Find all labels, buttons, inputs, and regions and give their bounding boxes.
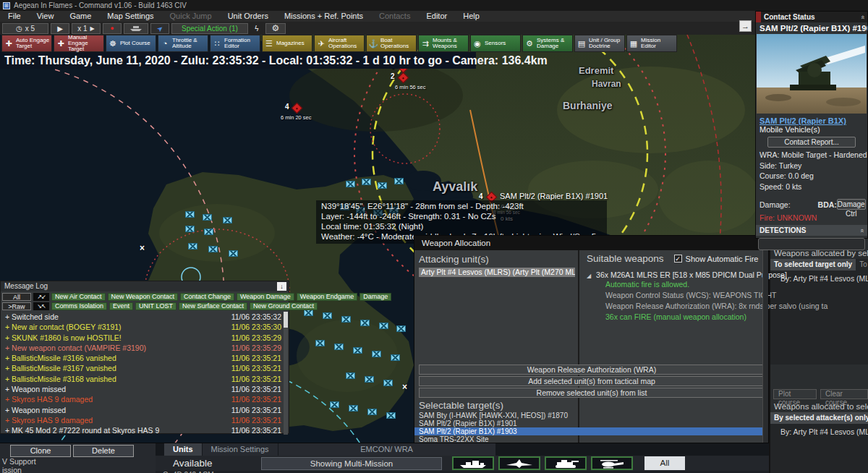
collapse-chevron-icon[interactable]: « [858, 229, 865, 232]
menu-item[interactable]: Editor [418, 11, 455, 22]
friendly-unit-icon[interactable] [372, 351, 381, 357]
record-button[interactable]: ● [103, 23, 122, 34]
log-filter-button[interactable]: UNIT LOST [135, 302, 176, 310]
ship-filter-button[interactable] [452, 456, 494, 470]
friendly-unit-icon[interactable] [341, 316, 351, 323]
log-entry[interactable]: + New weapon contact (VAMPIRE #3190) 11/… [1, 343, 289, 353]
contact-status-header[interactable]: Contact Status « [756, 12, 867, 22]
log-entry[interactable]: + SKUNK #1860 is now HOSTILE! 11/06 23:3… [1, 333, 289, 343]
time-compression-button[interactable]: ◷ x 5 [2, 23, 48, 34]
shrink-icon[interactable]: ↘↖ [33, 302, 49, 310]
log-entry[interactable]: + BallisticMissile #3167 vanished 11/06 … [1, 363, 289, 373]
friendly-unit-icon[interactable] [386, 412, 396, 419]
mission-list-item[interactable]: ission [0, 466, 156, 473]
friendly-unit-icon[interactable] [346, 181, 355, 187]
dialog-title[interactable]: Weapon Allocation [414, 236, 768, 250]
friendly-unit-icon[interactable] [188, 243, 197, 250]
log-entry[interactable]: + Weapon missed 11/06 23:35:21 [1, 384, 289, 394]
tab-to-anyone[interactable]: To anyon [856, 259, 868, 270]
ribbon-button[interactable]: ✚ Auto Engage Target [1, 35, 52, 52]
ribbon-button[interactable]: ☰ Magazines [262, 35, 312, 52]
show-auto-fire-group[interactable]: ✓ Show Automatic Fire [674, 255, 759, 263]
friendly-unit-icon[interactable] [334, 344, 344, 350]
aircraft-filter-button[interactable] [498, 456, 540, 470]
log-entry[interactable]: + BallisticMissile #3166 vanished 11/06 … [1, 353, 289, 363]
message-log-entries[interactable]: + Switched side 11/06 23:35:32 + New air… [1, 312, 289, 435]
friendly-unit-icon[interactable] [323, 312, 332, 319]
log-filter-button[interactable]: New Weapon Contact [108, 293, 178, 301]
log-filter-button[interactable]: New Surface Contact [179, 302, 247, 310]
friendly-unit-icon[interactable] [203, 214, 212, 221]
friendly-unit-icon[interactable] [353, 347, 362, 354]
tab-by-selected-attackers[interactable]: By selected attacker(s) only [770, 412, 868, 424]
log-entry[interactable]: + Skyros HAS 9 damaged 11/06 23:35:21 [1, 415, 289, 425]
plot-course-button[interactable]: Plot course [773, 389, 817, 399]
contact-db-link[interactable]: SAM Plt/2 (Rapier B1X) [756, 116, 867, 125]
friendly-unit-icon[interactable] [204, 229, 213, 235]
log-filter-button[interactable]: Damage [359, 293, 391, 301]
log-filter-button[interactable]: Weapon Endgame [297, 293, 357, 301]
ground-filter-button[interactable] [545, 456, 587, 470]
special-action-button[interactable]: Special Action (1) [171, 23, 248, 34]
friendly-unit-icon[interactable] [383, 380, 393, 386]
play-button[interactable]: ▶ [51, 23, 69, 34]
friendly-unit-icon[interactable] [315, 340, 325, 346]
friendly-unit-icon[interactable] [304, 310, 313, 316]
menu-item[interactable]: File [0, 11, 29, 22]
log-entry[interactable]: + Switched side 11/06 23:35:32 [1, 312, 289, 322]
log-filter-button[interactable]: New Air Contact [51, 293, 106, 301]
helicopter-filter-button[interactable] [591, 456, 633, 470]
log-entry[interactable]: + Skyros HAS 9 damaged 11/06 23:35:21 [1, 394, 289, 404]
log-scrollbar-thumb[interactable] [284, 312, 288, 328]
log-filter-button[interactable]: Weapon Damage [237, 293, 294, 301]
all-filter-button[interactable]: All [644, 456, 685, 470]
step-button[interactable]: x 1▶ [72, 23, 101, 34]
bottom-tab[interactable]: Mission Settings [203, 443, 278, 456]
ribbon-button[interactable]: ◉ Sensors [470, 35, 521, 52]
friendly-unit-icon[interactable] [367, 409, 377, 415]
menu-item[interactable]: Help [455, 11, 488, 22]
showing-multi-mission-button[interactable]: Showing Multi-Mission [261, 457, 442, 470]
message-log-header[interactable]: Message Log ↓ [1, 281, 289, 291]
menu-item[interactable]: Contacts [371, 11, 418, 22]
dock-arrow-button[interactable]: → [739, 20, 752, 32]
log-filter-button[interactable]: Event [109, 302, 133, 310]
ribbon-button[interactable]: ∷ Formation Editor [210, 35, 260, 52]
clear-course-button[interactable]: Clear course [820, 389, 868, 399]
log-entry[interactable]: + Weapon missed 11/06 23:35:21 [1, 405, 289, 415]
damage-ctrl-button[interactable]: Damage Ctrl [837, 199, 866, 210]
log-entry[interactable]: + BallisticMissile #3168 vanished 11/06 … [1, 374, 289, 384]
menu-item[interactable]: Quick Jump [162, 11, 220, 22]
tab-to-selected-target[interactable]: To selected target only [770, 259, 856, 270]
dialog-scrollbar[interactable] [762, 250, 768, 443]
log-filter-button[interactable]: Comms Isolation [51, 302, 107, 310]
detections-header[interactable]: DETECTIONS « [756, 225, 867, 236]
friendly-unit-icon[interactable] [379, 323, 388, 329]
filter-raw-button[interactable]: >Raw [2, 302, 31, 310]
ribbon-button[interactable]: ✚ Manual Engage Target [54, 35, 104, 52]
mission-list-item[interactable]: V Support [0, 457, 156, 466]
friendly-unit-icon[interactable] [185, 226, 195, 232]
friendly-unit-icon[interactable] [330, 401, 339, 408]
contact-report-button[interactable]: Contact Report... [767, 137, 856, 148]
ribbon-button[interactable]: ⚓ Boat Operations [366, 35, 417, 52]
log-filter-button[interactable]: Contact Change [180, 293, 234, 301]
friendly-unit-icon[interactable] [360, 320, 370, 326]
ribbon-button[interactable]: ⇉ Mounts & Weapons [418, 35, 469, 52]
expand-icon[interactable]: ↗↙ [33, 293, 49, 301]
friendly-unit-icon[interactable] [362, 179, 371, 185]
ribbon-button[interactable]: ▤ Unit / Group Doctrine [574, 35, 625, 52]
bottom-tab[interactable]: Units [164, 443, 202, 456]
log-scrollbar[interactable] [284, 312, 288, 435]
ribbon-button[interactable]: ✈ Aircraft Operations [314, 35, 365, 52]
friendly-unit-icon[interactable] [391, 354, 400, 361]
friendly-unit-icon[interactable] [378, 182, 387, 189]
log-entry[interactable]: + New air contact (BOGEY #3191) 11/06 23… [1, 322, 289, 332]
menu-item[interactable]: Game [61, 11, 99, 22]
checkbox-checked-icon[interactable]: ✓ [674, 255, 682, 263]
friendly-unit-icon[interactable] [349, 405, 358, 412]
menu-item[interactable]: Unit Orders [220, 11, 276, 22]
scroll-down-button[interactable]: ↓ [277, 282, 286, 291]
ribbon-button[interactable]: ◔ Throttle & Altitude [158, 35, 208, 52]
filter-all-button[interactable]: All [2, 293, 31, 301]
